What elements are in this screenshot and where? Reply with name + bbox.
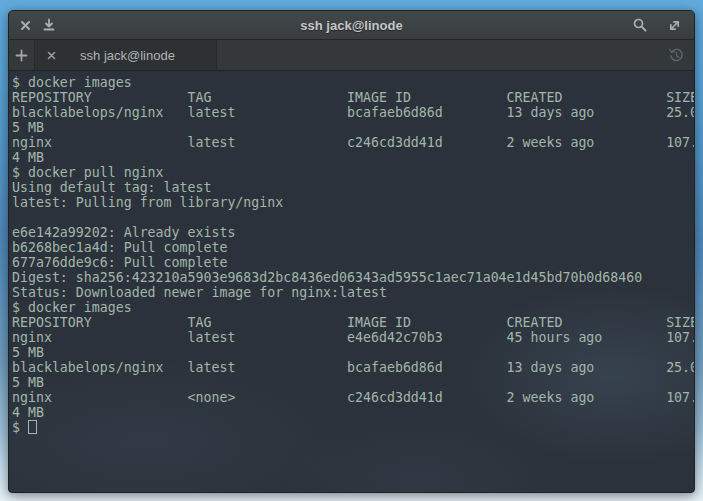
tab-ssh-jack-linode[interactable]: ssh jack@linode: [35, 40, 217, 70]
plus-icon: [15, 49, 28, 62]
new-tab-button[interactable]: [9, 40, 35, 70]
close-icon: [46, 50, 57, 61]
history-clock-icon: [668, 47, 685, 64]
tabbar-empty-space: [217, 40, 658, 70]
close-icon: [19, 19, 32, 32]
search-icon: [632, 17, 648, 33]
download-button[interactable]: [39, 15, 59, 35]
tab-close-button[interactable]: [43, 47, 59, 63]
terminal-output: $ docker images REPOSITORY TAG IMAGE ID …: [12, 75, 694, 420]
search-button[interactable]: [630, 15, 650, 35]
titlebar-left-controls: [9, 15, 59, 35]
close-button[interactable]: [15, 15, 35, 35]
desktop-wallpaper: ssh jack@linode: [0, 0, 703, 501]
terminal-cursor: [28, 420, 37, 434]
titlebar[interactable]: ssh jack@linode: [9, 11, 694, 40]
expand-button[interactable]: [664, 15, 684, 35]
tab-bar: ssh jack@linode: [9, 40, 694, 71]
expand-icon: [667, 18, 682, 33]
titlebar-right-controls: [630, 15, 694, 35]
terminal-window: ssh jack@linode: [8, 10, 695, 493]
terminal-screen[interactable]: $ docker images REPOSITORY TAG IMAGE ID …: [9, 71, 694, 492]
history-button[interactable]: [658, 40, 694, 70]
window-title: ssh jack@linode: [9, 18, 694, 33]
shell-prompt: $: [12, 420, 28, 435]
download-icon: [42, 18, 56, 32]
tab-label: ssh jack@linode: [59, 48, 208, 63]
terminal-prompt-line: $: [12, 420, 694, 435]
